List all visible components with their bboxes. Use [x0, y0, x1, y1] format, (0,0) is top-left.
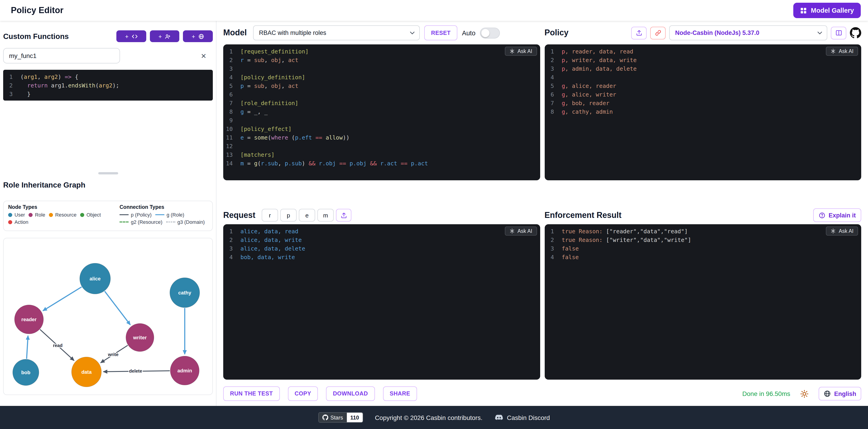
custom-function-editor[interactable]: 1(arg1, arg2) => {2 return arg1.endsWith…	[3, 70, 213, 100]
policy-title: Policy	[545, 28, 568, 38]
enforcement-result-editor[interactable]: 1true Reason: ["reader","data","read"]2t…	[545, 224, 861, 379]
theme-toggle-sun-icon[interactable]	[800, 389, 809, 398]
svg-text:writer: writer	[133, 335, 147, 340]
plus-icon: +	[192, 33, 195, 40]
ask-ai-result-button[interactable]: Ask AI	[826, 226, 858, 236]
legend-connection: g2 (Resource)	[120, 219, 162, 225]
docs-button[interactable]	[831, 27, 846, 39]
plus-icon: +	[158, 33, 162, 40]
model-title: Model	[223, 28, 247, 38]
auto-label: Auto	[462, 29, 475, 36]
github-icon[interactable]	[850, 27, 861, 38]
svg-text:delete: delete	[129, 369, 142, 373]
ask-ai-label: Ask AI	[839, 228, 854, 234]
discord-icon	[494, 413, 503, 422]
svg-text:read: read	[53, 343, 62, 348]
request-title: Request	[223, 210, 255, 220]
chevron-down-icon	[410, 31, 415, 34]
actions-row: RUN THE TEST COPY DOWNLOAD SHARE	[223, 387, 540, 401]
enforcement-header-row: Enforcement Result Explain it	[545, 208, 861, 222]
model-gallery-button[interactable]: Model Gallery	[793, 3, 861, 18]
app-footer: Stars 110 Copyright © 2026 Casbin contri…	[0, 406, 868, 429]
grid-icon	[800, 7, 807, 14]
legend-connection-types: Connection Types p (Policy)g (Role)g2 (R…	[120, 204, 208, 227]
ask-ai-model-button[interactable]: Ask AI	[505, 47, 537, 56]
ask-ai-label: Ask AI	[839, 49, 854, 54]
discord-label: Casbin Discord	[507, 414, 550, 421]
github-stars-badge[interactable]: Stars 110	[318, 412, 363, 423]
add-domain-function-button[interactable]: +	[183, 30, 213, 42]
legend-node-object: Object	[80, 212, 101, 217]
add-function-button[interactable]: +	[116, 30, 146, 42]
role-graph-svg: readwritedeletealicecathyreaderwriterbob…	[4, 238, 211, 395]
svg-text:write: write	[108, 352, 119, 357]
model-select-value: RBAC with multiple roles	[259, 29, 326, 36]
done-time: Done in 96.50ms	[742, 390, 790, 397]
copyright-text: Copyright © 2026 Casbin contributors.	[375, 414, 483, 421]
copy-button[interactable]: COPY	[288, 387, 318, 401]
language-button[interactable]: English	[819, 387, 861, 400]
explain-label: Explain it	[829, 212, 856, 219]
legend-connection-types-title: Connection Types	[120, 204, 208, 210]
legend-connection: g (Role)	[155, 212, 184, 217]
request-editor[interactable]: 1alice, data, read2alice, data, write3al…	[223, 224, 540, 379]
request-shortcut-m[interactable]: m	[317, 209, 334, 221]
ask-ai-request-button[interactable]: Ask AI	[505, 226, 537, 236]
enforcement-title: Enforcement Result	[545, 210, 621, 220]
engine-select[interactable]: Node-Casbin (NodeJs) 5.37.0	[669, 25, 827, 40]
sparkle-icon	[509, 49, 515, 54]
discord-link[interactable]: Casbin Discord	[494, 413, 550, 422]
download-button[interactable]: DOWNLOAD	[326, 387, 375, 401]
model-editor[interactable]: 1[request_definition]2r = sub, obj, act3…	[223, 44, 540, 180]
status-row: Done in 96.50ms English	[545, 387, 861, 401]
model-header-row: Model RBAC with multiple roles RESET Aut…	[223, 25, 540, 40]
close-icon[interactable]: ✕	[198, 52, 209, 60]
run-test-button[interactable]: RUN THE TEST	[223, 387, 280, 401]
link-icon	[654, 29, 661, 36]
share-link-button[interactable]	[650, 27, 665, 39]
upload-policy-button[interactable]	[631, 27, 647, 39]
svg-text:data: data	[81, 369, 92, 375]
policy-header-row: Policy Node-Casbin (NodeJs) 5.37.0	[545, 25, 861, 40]
stars-label: Stars	[330, 414, 343, 421]
request-header-row: Request r p e m	[223, 208, 540, 222]
upload-request-button[interactable]	[336, 209, 351, 221]
ask-ai-policy-button[interactable]: Ask AI	[826, 47, 858, 56]
page-title: Policy Editor	[11, 5, 63, 16]
chevron-down-icon	[817, 31, 822, 34]
code-icon	[132, 33, 138, 39]
policy-editor-app: Policy Editor Model Gallery Custom Funct…	[0, 0, 868, 429]
request-shortcut-e[interactable]: e	[299, 209, 315, 221]
custom-functions-title: Custom Functions	[3, 32, 69, 40]
function-name-input[interactable]	[3, 48, 120, 63]
policy-editor[interactable]: 1p, reader, data, read2p, writer, data, …	[545, 44, 861, 180]
request-shortcut-p[interactable]: p	[280, 209, 297, 221]
user-plus-icon	[165, 33, 171, 39]
role-graph-title: Role Inheritance Graph	[3, 181, 213, 189]
model-select[interactable]: RBAC with multiple roles	[253, 25, 420, 40]
resize-handle[interactable]	[98, 172, 118, 175]
custom-function-buttons: + + +	[116, 30, 213, 42]
graph-legend: Node Types UserRoleResourceObjectAction …	[3, 201, 213, 231]
ask-ai-label: Ask AI	[518, 228, 532, 234]
role-graph-canvas[interactable]: readwritedeletealicecathyreaderwriterbob…	[3, 238, 213, 395]
legend-node-resource: Resource	[49, 212, 76, 217]
language-label: English	[834, 390, 856, 397]
legend-connection: g3 (Domain)	[166, 219, 205, 225]
reset-button[interactable]: RESET	[424, 25, 457, 40]
content-area: Model RBAC with multiple roles RESET Aut…	[216, 21, 868, 406]
upload-icon	[636, 29, 642, 36]
auto-toggle[interactable]	[480, 27, 500, 38]
globe-icon	[198, 33, 204, 39]
policy-column: Policy Node-Casbin (NodeJs) 5.37.0	[545, 21, 861, 406]
explain-button[interactable]: Explain it	[813, 208, 861, 222]
legend-node-types-title: Node Types	[8, 204, 113, 210]
model-gallery-label: Model Gallery	[811, 7, 854, 14]
legend-node-action: Action	[8, 219, 28, 225]
request-shortcut-r[interactable]: r	[262, 209, 278, 221]
globe-icon	[824, 390, 831, 397]
add-role-function-button[interactable]: +	[150, 30, 180, 42]
legend-connection: p (Policy)	[120, 212, 152, 217]
share-button[interactable]: SHARE	[383, 387, 417, 401]
model-column: Model RBAC with multiple roles RESET Aut…	[223, 21, 540, 406]
